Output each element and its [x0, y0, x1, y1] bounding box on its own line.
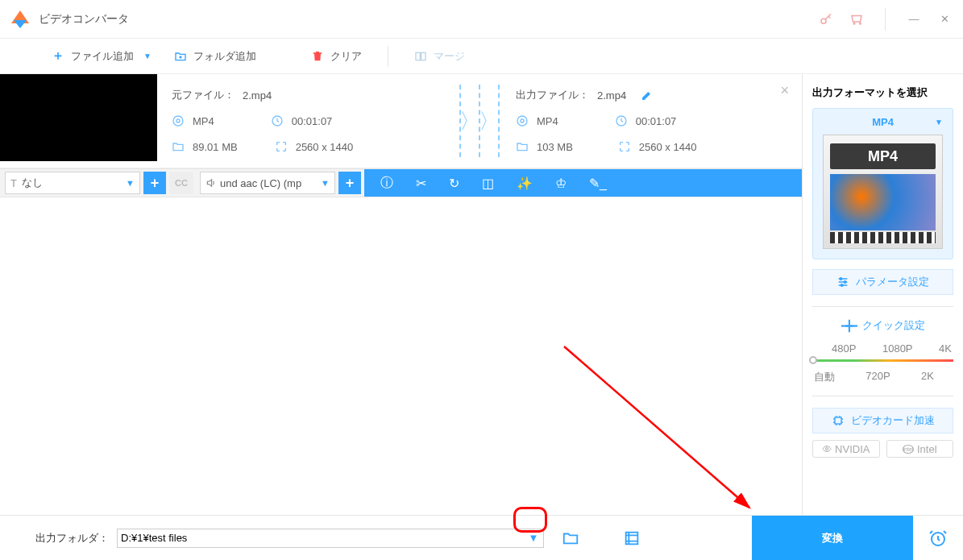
text-icon: T — [10, 177, 17, 189]
app-title: ビデオコンバータ — [39, 12, 129, 27]
plus-icon: ＋ — [52, 48, 64, 64]
gpu-accel-button[interactable]: ビデオカード加速 — [812, 408, 953, 433]
svg-point-3 — [173, 116, 183, 126]
divider — [812, 306, 953, 307]
subtitle-edit-icon[interactable]: ✎_ — [589, 176, 607, 191]
svg-point-4 — [176, 119, 180, 122]
subtitle-select[interactable]: T なし ▼ — [5, 172, 140, 194]
chevron-down-icon[interactable]: ▼ — [935, 118, 943, 127]
svg-rect-14 — [626, 532, 638, 544]
crop-icon[interactable]: ◫ — [482, 176, 494, 191]
svg-point-13 — [826, 448, 828, 450]
output-info: 出力ファイル： 2.mp4 MP4 00:01:07 103 MB — [501, 74, 802, 168]
format-name: MP4 — [872, 116, 894, 128]
clear-button[interactable]: クリア — [300, 39, 373, 73]
toolbar: ＋ ファイル追加 ▼ フォルダ追加 クリア マージ — [0, 39, 963, 74]
schedule-button[interactable] — [913, 516, 963, 561]
svg-rect-1 — [416, 52, 420, 60]
info-icon[interactable]: ⓘ — [380, 175, 393, 192]
file-item: 元ファイル： 2.mp4 MP4 00:01:07 89.01 MB 2560 … — [0, 74, 802, 168]
add-audio-button[interactable]: + — [338, 172, 361, 194]
audio-value: und aac (LC) (mp — [220, 177, 301, 189]
remove-item-button[interactable]: × — [780, 82, 789, 99]
output-path-value: D:¥1¥test files — [121, 532, 187, 544]
param-label: パラメータ設定 — [856, 275, 929, 289]
slider-handle[interactable] — [809, 356, 817, 364]
add-folder-button[interactable]: フォルダ追加 — [163, 39, 268, 73]
output-duration: 00:01:07 — [636, 115, 677, 127]
format-card[interactable]: MP4 ▼ MP4 — [812, 108, 953, 259]
source-duration: 00:01:07 — [292, 115, 333, 127]
parameter-settings-button[interactable]: パラメータ設定 — [812, 269, 953, 295]
minimize-button[interactable]: ― — [907, 13, 921, 25]
cut-icon[interactable]: ✂ — [416, 176, 426, 191]
clock-icon — [615, 114, 628, 127]
svg-point-11 — [841, 284, 843, 287]
edit-icon[interactable] — [641, 89, 654, 102]
effects-icon[interactable]: ✨ — [517, 176, 533, 191]
format-title: 出力フォーマットを選択 — [812, 85, 953, 100]
open-folder-icon[interactable] — [562, 529, 579, 547]
source-size: 89.01 MB — [193, 141, 238, 153]
cart-icon[interactable] — [849, 12, 864, 27]
cc-button[interactable]: CC — [169, 172, 193, 194]
output-filename: 2.mp4 — [597, 89, 626, 102]
video-thumbnail[interactable] — [0, 74, 157, 161]
sliders-icon — [836, 276, 849, 288]
rotate-icon[interactable]: ↻ — [449, 176, 459, 191]
output-folder-label: 出力フォルダ： — [35, 531, 109, 545]
chevron-down-icon[interactable]: ▼ — [143, 52, 152, 60]
divider — [812, 396, 953, 396]
main-area: 元ファイル： 2.mp4 MP4 00:01:07 89.01 MB 2560 … — [0, 74, 963, 515]
add-subtitle-button[interactable]: + — [143, 172, 166, 194]
source-format: MP4 — [193, 115, 214, 127]
output-format: MP4 — [537, 115, 558, 127]
svg-point-6 — [517, 116, 527, 126]
convert-button[interactable]: 変換 — [752, 516, 913, 561]
key-icon[interactable] — [819, 12, 833, 27]
subtitle-value: なし — [22, 176, 43, 190]
gpu-badges: NVIDIA intel Intel — [812, 440, 953, 458]
track-toolbar: T なし ▼ + CC und aac (LC) (mp ▼ + ⓘ ✂ ↻ ◫… — [0, 168, 802, 197]
gpu-label: ビデオカード加速 — [851, 413, 935, 428]
add-file-label: ファイル追加 — [71, 49, 134, 64]
output-resolution: 2560 x 1440 — [639, 141, 697, 153]
disc-icon — [516, 114, 529, 127]
quick-label: クイック設定 — [862, 318, 925, 333]
svg-point-9 — [840, 278, 842, 280]
merge-button[interactable]: マージ — [403, 39, 476, 73]
edit-tools: ⓘ ✂ ↻ ◫ ✨ ♔ ✎_ — [364, 169, 802, 197]
output-label: 出力ファイル： — [516, 88, 589, 102]
svg-rect-12 — [835, 417, 841, 424]
dimensions-icon — [275, 140, 288, 153]
film-icon[interactable] — [623, 529, 641, 547]
trash-icon — [311, 50, 324, 63]
clear-label: クリア — [330, 49, 362, 64]
disc-icon — [172, 114, 185, 127]
format-preview: MP4 — [823, 135, 943, 249]
arrow-separator: 〉 〉 — [458, 74, 501, 168]
output-path-input[interactable]: D:¥1¥test files ▼ — [117, 529, 544, 548]
alarm-icon — [928, 529, 948, 548]
separator — [885, 8, 886, 31]
source-resolution: 2560 x 1440 — [296, 141, 354, 153]
merge-label: マージ — [434, 49, 465, 64]
resolution-labels-bottom: 自動 720P 2K — [812, 370, 953, 384]
svg-point-10 — [844, 281, 846, 284]
chevron-down-icon: ▼ — [321, 178, 330, 188]
svg-rect-2 — [421, 52, 425, 60]
resolution-labels-top: 480P 1080P 4K — [812, 342, 953, 355]
close-button[interactable]: ✕ — [937, 13, 952, 25]
right-panel: 出力フォーマットを選択 MP4 ▼ MP4 パラメータ設定 ━╋━ クイック設定… — [802, 74, 963, 515]
add-file-button[interactable]: ＋ ファイル追加 ▼ — [40, 39, 163, 73]
clock-icon — [271, 114, 284, 127]
merge-icon — [414, 50, 427, 63]
chip-icon — [832, 414, 845, 427]
speaker-icon — [205, 177, 217, 189]
path-dropdown-button[interactable]: ▼ — [525, 531, 542, 545]
folder-icon — [172, 140, 185, 153]
watermark-icon[interactable]: ♔ — [555, 176, 567, 191]
resolution-slider[interactable] — [812, 359, 953, 362]
audio-select[interactable]: und aac (LC) (mp ▼ — [200, 172, 335, 194]
svg-point-0 — [821, 19, 826, 23]
